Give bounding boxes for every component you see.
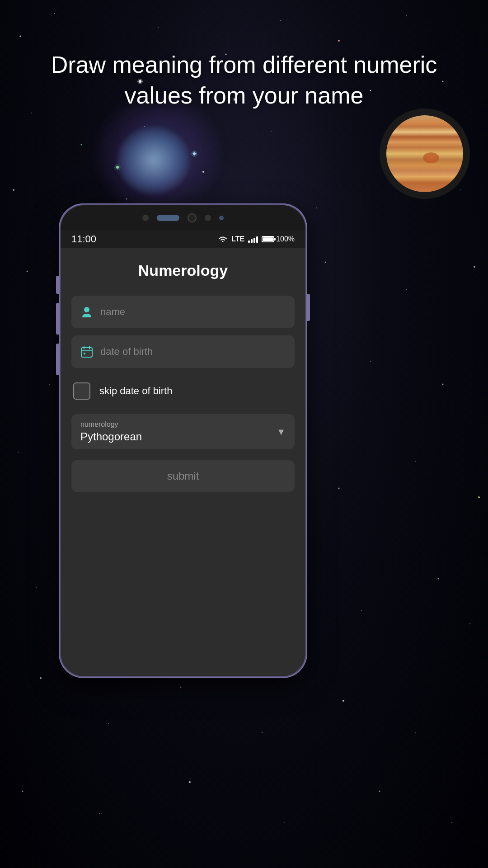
submit-label: submit: [167, 470, 199, 482]
numerology-dropdown[interactable]: numerology Pythogorean ▼: [71, 414, 295, 449]
numerology-label: numerology: [80, 420, 286, 429]
battery-fill: [263, 237, 273, 241]
svg-point-0: [20, 36, 21, 37]
phone-frame: 11:00 LTE: [59, 203, 307, 678]
person-svg: [80, 306, 93, 318]
svg-point-22: [27, 271, 28, 272]
headline-text: Draw meaning from different numeric valu…: [0, 50, 488, 111]
svg-point-54: [22, 791, 23, 792]
jupiter-planet: [386, 115, 463, 192]
lte-indicator: LTE: [231, 235, 244, 243]
submit-button[interactable]: submit: [71, 460, 295, 492]
svg-point-6: [338, 40, 340, 42]
planet-container: [380, 108, 470, 199]
calendar-svg: [80, 345, 93, 358]
svg-point-55: [99, 813, 100, 814]
svg-point-26: [325, 262, 326, 263]
svg-point-56: [189, 781, 191, 783]
battery-percent: 100%: [276, 235, 295, 243]
power-button: [307, 294, 310, 321]
svg-point-33: [370, 361, 371, 362]
svg-point-3: [158, 27, 159, 28]
skip-dob-row[interactable]: skip date of birth: [71, 375, 295, 407]
dob-input-field[interactable]: date of birth: [71, 335, 295, 368]
svg-point-16: [13, 189, 14, 191]
svg-point-50: [180, 687, 182, 688]
name-placeholder: name: [100, 306, 125, 318]
svg-rect-73: [81, 348, 92, 357]
svg-point-58: [379, 791, 380, 792]
front-camera: [188, 213, 197, 222]
sensor-dot-left: [142, 215, 149, 221]
svg-point-45: [361, 610, 362, 611]
dropdown-arrow-icon: ▼: [277, 427, 286, 437]
volume-up-button: [56, 303, 59, 335]
app-title: Numerology: [138, 262, 228, 279]
svg-point-46: [438, 578, 439, 580]
svg-point-7: [406, 15, 407, 16]
phone-screen: 11:00 LTE: [61, 205, 305, 676]
svg-point-19: [316, 208, 317, 208]
signal-bar-1: [248, 241, 250, 243]
svg-point-29: [49, 384, 50, 385]
dob-placeholder: date of birth: [100, 346, 153, 358]
mute-button: [56, 276, 59, 294]
sensor-dot-right: [205, 215, 211, 221]
skip-dob-label: skip date of birth: [99, 385, 172, 397]
svg-point-53: [415, 732, 416, 733]
svg-point-47: [469, 623, 470, 624]
signal-bar-2: [251, 239, 253, 243]
status-time: 11:00: [71, 233, 96, 245]
battery-icon: [262, 236, 274, 242]
person-icon: [80, 306, 93, 318]
svg-point-5: [280, 20, 281, 21]
signal-bar-4: [256, 236, 258, 243]
svg-point-35: [18, 452, 19, 453]
svg-point-59: [451, 822, 452, 823]
wifi-icon: [218, 235, 228, 243]
svg-point-51: [262, 732, 263, 733]
svg-point-52: [343, 700, 344, 702]
svg-point-41: [36, 587, 37, 588]
svg-point-49: [108, 723, 109, 724]
svg-point-28: [474, 266, 475, 268]
svg-point-72: [84, 307, 89, 312]
speaker-grille: [157, 215, 179, 221]
svg-point-13: [271, 131, 272, 132]
numerology-value: Pythogorean: [80, 430, 286, 443]
svg-point-48: [40, 677, 42, 679]
calendar-icon: [80, 345, 93, 358]
planet-bg: [380, 108, 470, 199]
svg-point-38: [338, 488, 340, 489]
svg-point-40: [478, 496, 480, 498]
battery-indicator: 100%: [262, 235, 295, 243]
signal-bar-3: [253, 238, 255, 243]
skip-dob-checkbox[interactable]: [73, 382, 90, 400]
svg-point-57: [284, 822, 285, 823]
svg-rect-77: [84, 353, 85, 354]
svg-point-9: [31, 113, 32, 113]
status-icons: LTE 100%: [218, 235, 295, 243]
svg-point-10: [81, 144, 82, 146]
svg-point-1: [54, 13, 55, 14]
svg-point-27: [406, 289, 407, 290]
name-input-field[interactable]: name: [71, 296, 295, 328]
signal-bars: [248, 236, 258, 243]
svg-point-34: [442, 384, 444, 385]
app-content: Numerology name: [61, 248, 305, 676]
svg-point-39: [415, 461, 416, 462]
sensor-dot-small: [219, 216, 224, 220]
nebula-core: [117, 127, 190, 194]
volume-down-button: [56, 344, 59, 375]
phone-top-bar: [61, 205, 305, 230]
phone-sensors: [142, 213, 224, 222]
status-bar: 11:00 LTE: [61, 230, 305, 248]
